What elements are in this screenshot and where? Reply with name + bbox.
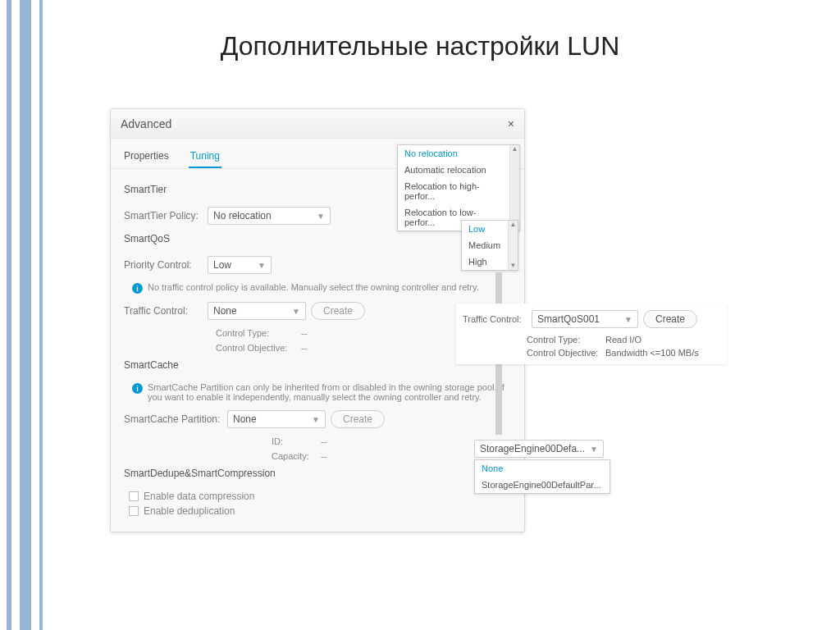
divider — [495, 364, 502, 435]
dropdown-option[interactable]: None — [475, 460, 609, 477]
control-objective-value: -- — [301, 343, 307, 353]
chevron-down-icon: ▼ — [624, 315, 632, 324]
traffic-control-label: Traffic Control: — [124, 305, 203, 317]
deduplication-checkbox[interactable] — [129, 506, 139, 516]
traffic2-type-value: Read I/O — [605, 335, 641, 345]
traffic2-label: Traffic Control: — [463, 314, 527, 324]
dropdown-option[interactable]: Relocation to high-perfor... — [398, 178, 509, 204]
traffic2-type-label: Control Type: — [527, 335, 605, 345]
traffic2-select[interactable]: SmartQoS001 ▼ — [532, 310, 638, 328]
dropdown-option[interactable]: Medium — [462, 237, 508, 253]
cache-capacity-value: -- — [321, 451, 326, 461]
chevron-down-icon: ▼ — [590, 445, 598, 454]
control-type-value: -- — [301, 328, 307, 338]
scrollbar[interactable]: ▲ ▼ — [509, 145, 519, 231]
deduplication-label: Enable deduplication — [144, 505, 235, 517]
info-icon: i — [132, 283, 143, 294]
create-traffic-button[interactable]: Create — [311, 302, 365, 320]
scroll-down-icon[interactable]: ▼ — [509, 262, 518, 270]
cache-partition-label: SmartCache Partition: — [124, 413, 222, 425]
section-dedupe: SmartDedupe&SmartCompression — [124, 468, 511, 479]
cache-id-label: ID: — [272, 436, 321, 446]
dialog-header: Advanced × — [111, 109, 524, 139]
chevron-down-icon: ▼ — [292, 307, 300, 316]
scroll-up-icon[interactable]: ▲ — [509, 221, 518, 229]
slide-title: Дополнительные настройки LUN — [0, 31, 840, 62]
chevron-down-icon: ▼ — [312, 415, 320, 424]
cache2-dropdown[interactable]: None StorageEngine00DefaultPar... — [474, 459, 610, 494]
smarttier-dropdown[interactable]: No relocation Automatic relocation Reloc… — [397, 144, 520, 231]
compression-checkbox[interactable] — [129, 491, 139, 501]
cache-capacity-label: Capacity: — [272, 451, 321, 461]
smarttier-policy-label: SmartTier Policy: — [124, 210, 203, 221]
close-icon[interactable]: × — [508, 117, 514, 130]
tab-properties[interactable]: Properties — [122, 147, 171, 168]
info-icon: i — [132, 383, 143, 394]
create-cache-button[interactable]: Create — [331, 410, 385, 428]
cache-partition-panel: StorageEngine00Defa... ▼ — [474, 440, 604, 458]
traffic-control-panel: Traffic Control: SmartQoS001 ▼ Create Co… — [456, 304, 727, 364]
tab-tuning[interactable]: Tuning — [189, 147, 221, 168]
scrollbar[interactable]: ▲ ▼ — [508, 221, 518, 270]
control-type-label: Control Type: — [216, 328, 301, 338]
priority-control-label: Priority Control: — [124, 259, 203, 271]
cache-partition-select[interactable]: None ▼ — [227, 410, 326, 428]
dropdown-option[interactable]: StorageEngine00DefaultPar... — [475, 477, 609, 493]
qos-info: i No traffic control policy is available… — [124, 282, 511, 294]
cache-id-value: -- — [321, 436, 326, 446]
traffic2-obj-label: Control Objective: — [527, 348, 605, 358]
dropdown-option[interactable]: Low — [462, 221, 508, 237]
dropdown-option[interactable]: High — [462, 253, 508, 270]
section-smartqos: SmartQoS — [124, 233, 511, 244]
priority-control-select[interactable]: Low ▼ — [208, 256, 272, 274]
dialog-title: Advanced — [121, 117, 171, 130]
section-smartcache: SmartCache — [124, 359, 511, 371]
dropdown-option[interactable]: No relocation — [398, 145, 509, 162]
chevron-down-icon: ▼ — [317, 212, 325, 221]
control-objective-label: Control Objective: — [216, 343, 301, 353]
cache2-select[interactable]: StorageEngine00Defa... ▼ — [474, 440, 604, 458]
dropdown-option[interactable]: Automatic relocation — [398, 162, 509, 178]
scroll-up-icon[interactable]: ▲ — [510, 145, 519, 153]
smarttier-policy-select[interactable]: No relocation ▼ — [208, 207, 331, 225]
cache-info: i SmartCache Partition can only be inher… — [124, 382, 511, 402]
compression-label: Enable data compression — [144, 491, 254, 502]
decorative-stripes — [0, 0, 49, 630]
chevron-down-icon: ▼ — [258, 261, 266, 270]
traffic-control-select[interactable]: None ▼ — [208, 302, 306, 320]
traffic2-create-button[interactable]: Create — [643, 310, 697, 328]
traffic2-obj-value: Bandwidth <=100 MB/s — [605, 348, 699, 358]
priority-dropdown[interactable]: Low Medium High ▲ ▼ — [461, 220, 518, 271]
